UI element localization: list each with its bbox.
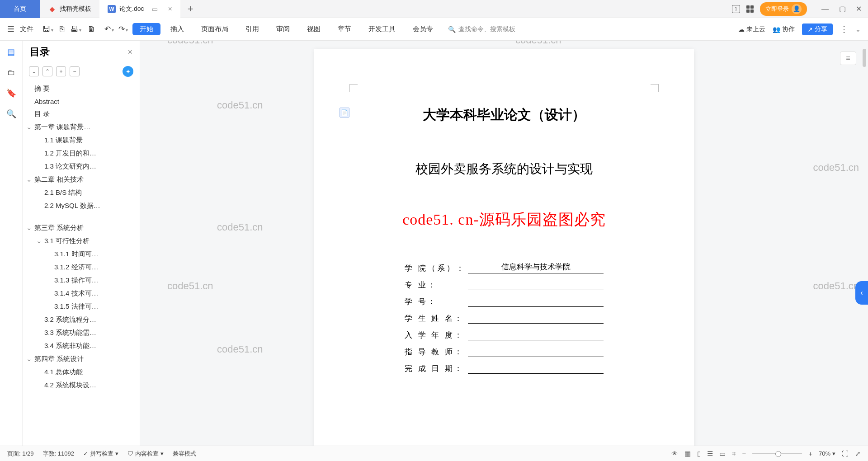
- find-icon[interactable]: 🔍: [6, 109, 16, 119]
- toc-item[interactable]: 4.1 总体功能: [23, 366, 140, 379]
- sidebar-close-icon[interactable]: ×: [127, 47, 132, 57]
- document-page[interactable]: 📄 大学本科毕业论文（设计） 校园外卖服务系统的设计与实现 code51. cn…: [314, 49, 694, 446]
- toc-item[interactable]: 3.1.1 时间可…: [23, 248, 140, 261]
- outline-icon[interactable]: ▤: [7, 47, 15, 57]
- collapse-ribbon-icon[interactable]: ⌄: [855, 26, 861, 33]
- info-row: 完 成 日 期：: [405, 363, 604, 374]
- toc-item[interactable]: 第二章 相关技术: [23, 173, 140, 186]
- info-table: 学 院（系）：信息科学与技术学院专 业：学 号：学 生 姓 名：入 学 年 度：…: [405, 262, 604, 374]
- toc-item[interactable]: 1.1 课题背景: [23, 134, 140, 147]
- cloud-status[interactable]: ☁未上云: [738, 25, 765, 33]
- apps-icon[interactable]: [746, 5, 754, 13]
- tab-home[interactable]: 首页: [0, 0, 40, 18]
- info-row: 入 学 年 度：: [405, 330, 604, 340]
- ai-icon[interactable]: ✦: [123, 66, 133, 77]
- menu-references[interactable]: 引用: [238, 25, 266, 33]
- menu-icon[interactable]: ☰: [7, 24, 14, 34]
- preview-icon[interactable]: 🗎: [86, 25, 97, 34]
- spell-check[interactable]: ✓拼写检查 ▾: [83, 450, 118, 458]
- maximize-icon[interactable]: ▢: [839, 5, 846, 13]
- zoom-level[interactable]: 70% ▾: [819, 450, 835, 457]
- share-button[interactable]: ↗分享: [802, 24, 833, 35]
- toc-item[interactable]: Abstract: [23, 95, 140, 108]
- more-icon[interactable]: ⋮: [840, 24, 848, 34]
- float-panel-button[interactable]: ≡: [840, 52, 856, 65]
- toc-item[interactable]: 摘 要: [23, 82, 140, 95]
- undo-icon[interactable]: ↶: [103, 24, 116, 34]
- header-marker-icon[interactable]: 📄: [340, 108, 349, 118]
- toc-item[interactable]: 3.1 可行性分析: [23, 235, 140, 248]
- minimize-icon[interactable]: —: [821, 5, 829, 13]
- outline-view-icon[interactable]: ☰: [707, 450, 713, 458]
- remove-heading-icon[interactable]: −: [70, 66, 80, 76]
- toc-item[interactable]: 3.1.2 经济可…: [23, 261, 140, 274]
- search-icon: 🔍: [448, 26, 456, 33]
- word-count[interactable]: 字数: 11092: [43, 450, 74, 458]
- toc-item[interactable]: 4.2 系统模块设…: [23, 379, 140, 392]
- toc-item[interactable]: 3.1.5 法律可…: [23, 300, 140, 313]
- fit-page-icon[interactable]: ⛶: [842, 450, 849, 457]
- menu-page-layout[interactable]: 页面布局: [194, 25, 236, 33]
- fullscreen-icon[interactable]: ⤢: [855, 450, 861, 458]
- document-canvas[interactable]: code51.cn code51.cn code51.cn code51.cn …: [140, 41, 868, 446]
- zoom-out-icon[interactable]: −: [742, 450, 746, 457]
- toc-item[interactable]: 3.2 系统流程分…: [23, 313, 140, 326]
- collab-button[interactable]: 👥协作: [773, 25, 795, 33]
- menu-member[interactable]: 会员专: [406, 25, 440, 33]
- menu-insert[interactable]: 插入: [163, 25, 191, 33]
- tab-split-icon[interactable]: ▭: [152, 5, 158, 13]
- expand-all-icon[interactable]: ⌃: [42, 66, 52, 76]
- scrollbar-thumb[interactable]: [863, 49, 866, 67]
- content-check[interactable]: 🛡内容检查 ▾: [127, 450, 164, 458]
- window-buttons: — ▢ ✕: [813, 5, 862, 13]
- vertical-scrollbar[interactable]: [862, 41, 867, 446]
- toc-item[interactable]: 3.4 系统非功能…: [23, 339, 140, 353]
- zoom-slider[interactable]: [752, 453, 802, 454]
- draft-view-icon[interactable]: ⌗: [732, 450, 736, 458]
- page-view-icon[interactable]: ▯: [697, 450, 701, 458]
- menu-review[interactable]: 审阅: [269, 25, 297, 33]
- toc-item[interactable]: 第四章 系统设计: [23, 353, 140, 366]
- menu-start[interactable]: 开始: [132, 23, 160, 35]
- bookmark-folder-icon[interactable]: 🗀: [7, 68, 15, 77]
- toc-item[interactable]: 2.1 B/S 结构: [23, 186, 140, 199]
- toc-item[interactable]: 目 录: [23, 108, 140, 121]
- new-tab-button[interactable]: +: [180, 3, 201, 15]
- tab-document[interactable]: W 论文.doc ▭ ×: [99, 0, 180, 18]
- toc-item[interactable]: 1.2 开发目的和…: [23, 147, 140, 160]
- file-menu[interactable]: 文件: [20, 25, 33, 33]
- toc-item[interactable]: 1.3 论文研究内…: [23, 160, 140, 173]
- toc-list[interactable]: 摘 要Abstract目 录第一章 课题背景…1.1 课题背景1.2 开发目的和…: [23, 80, 140, 446]
- compat-mode[interactable]: 兼容模式: [173, 450, 196, 458]
- toc-item[interactable]: 3.1.3 操作可…: [23, 274, 140, 287]
- reading-view-icon[interactable]: ▦: [684, 450, 691, 458]
- save-icon[interactable]: 🖫: [41, 25, 55, 34]
- page-indicator[interactable]: 页面: 1/29: [7, 450, 34, 458]
- close-icon[interactable]: ×: [168, 5, 172, 13]
- zoom-in-icon[interactable]: +: [808, 450, 812, 457]
- eye-icon[interactable]: 👁: [671, 450, 678, 457]
- search-input[interactable]: 🔍 查找命令、搜索模板: [448, 25, 538, 34]
- web-view-icon[interactable]: ▭: [719, 450, 726, 458]
- menu-chapter[interactable]: 章节: [330, 25, 359, 33]
- toc-item[interactable]: 2.2 MySQL 数据…: [23, 199, 140, 212]
- menu-view[interactable]: 视图: [300, 25, 328, 33]
- collapse-all-icon[interactable]: ⌄: [29, 66, 39, 76]
- login-label: 立即登录: [765, 5, 789, 13]
- redo-icon[interactable]: ↷: [117, 24, 130, 34]
- toc-item[interactable]: 3.3 系统功能需…: [23, 326, 140, 339]
- toc-item[interactable]: 第三章 系统分析: [23, 221, 140, 235]
- info-value: 信息科学与技术学院: [468, 262, 604, 273]
- add-heading-icon[interactable]: +: [56, 66, 66, 76]
- menu-devtools[interactable]: 开发工具: [361, 25, 403, 33]
- toc-item[interactable]: 3.1.4 技术可…: [23, 287, 140, 300]
- login-button[interactable]: 立即登录 👤: [760, 2, 807, 16]
- tab-templates[interactable]: ◆ 找稻壳模板: [40, 0, 99, 18]
- toc-item[interactable]: 第一章 课题背景…: [23, 121, 140, 134]
- panel-icon[interactable]: 1: [732, 5, 740, 13]
- watermark-grey: code51.cn: [515, 41, 561, 46]
- export-icon[interactable]: ⎘: [58, 25, 66, 34]
- print-icon[interactable]: 🖶: [69, 25, 83, 34]
- bookmark-icon[interactable]: 🔖: [6, 88, 16, 98]
- close-window-icon[interactable]: ✕: [856, 5, 862, 13]
